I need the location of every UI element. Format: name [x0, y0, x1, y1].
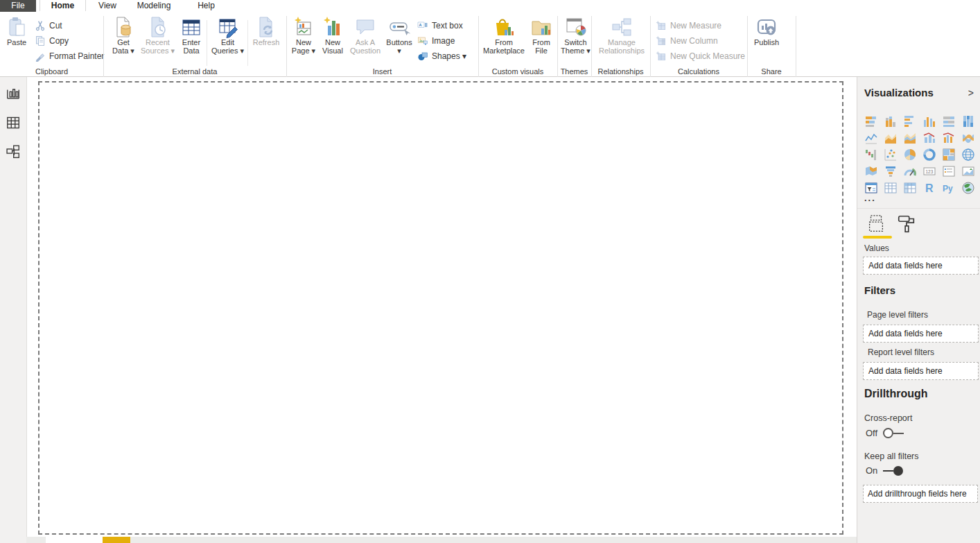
stacked-area-chart-icon[interactable] — [900, 130, 920, 146]
values-add-fields-well[interactable]: Add data fields here — [863, 257, 979, 275]
stacked-bar-chart-icon[interactable] — [861, 113, 881, 130]
edit-queries-button[interactable]: Edit Queries ▾ — [209, 15, 247, 73]
clustered-bar-chart-icon[interactable] — [900, 113, 920, 130]
file-menu-tab[interactable]: File — [0, 0, 36, 12]
refresh-button[interactable]: Refresh — [249, 15, 283, 73]
new-visual-button[interactable]: New Visual — [318, 15, 347, 73]
enter-data-button[interactable]: Enter Data — [177, 15, 206, 73]
new-quick-measure-label: New Quick Measure — [670, 51, 745, 61]
cut-button[interactable]: Cut — [35, 19, 62, 33]
stacked-column-chart-icon[interactable] — [881, 113, 900, 130]
treemap-icon[interactable] — [939, 146, 959, 163]
multi-row-card-icon[interactable] — [939, 163, 959, 180]
line-and-stacked-column-chart-icon[interactable] — [920, 130, 939, 146]
scatter-chart-icon[interactable] — [881, 146, 900, 163]
filters-title: Filters — [864, 284, 895, 296]
page-level-filters-well[interactable]: Add data fields here — [863, 325, 979, 343]
area-chart-icon[interactable] — [881, 130, 900, 146]
cross-report-toggle[interactable]: Off — [866, 428, 904, 438]
copy-button[interactable]: Copy — [35, 34, 69, 48]
new-page-icon — [292, 16, 315, 38]
format-tab[interactable] — [896, 214, 918, 234]
publish-button[interactable]: Publish — [751, 15, 782, 73]
recent-sources-button[interactable]: Recent Sources ▾ — [139, 15, 176, 73]
enter-data-icon — [180, 16, 202, 38]
cross-report-label: Cross-report — [864, 413, 912, 423]
from-file-icon — [530, 16, 552, 38]
switch-theme-button[interactable]: Switch Theme ▾ — [560, 15, 591, 73]
ribbon-chart-icon[interactable] — [959, 130, 978, 146]
page-level-filters-label: Page level filters — [867, 310, 928, 320]
pie-chart-icon[interactable] — [900, 146, 920, 163]
text-box-icon: A — [417, 20, 428, 31]
table-icon[interactable] — [881, 180, 900, 196]
cross-report-state-label: Off — [866, 428, 877, 438]
line-chart-icon[interactable] — [861, 130, 881, 146]
from-marketplace-button[interactable]: From Marketplace — [481, 15, 527, 73]
clipboard-group-label: Clipboard — [0, 67, 103, 76]
funnel-icon[interactable] — [881, 163, 900, 180]
get-data-icon — [112, 16, 134, 38]
data-view-button[interactable] — [6, 115, 21, 130]
cut-label: Cut — [49, 21, 62, 31]
tab-modeling[interactable]: Modeling — [130, 0, 177, 11]
python-visual-icon[interactable]: Py — [939, 180, 959, 196]
report-level-filters-well[interactable]: Add data fields here — [863, 362, 979, 380]
line-and-clustered-column-chart-icon[interactable] — [939, 130, 959, 146]
publish-icon — [755, 16, 778, 38]
view-switcher-sidebar — [0, 77, 27, 543]
matrix-icon[interactable] — [900, 180, 920, 196]
tab-view[interactable]: View — [87, 0, 128, 11]
calculations-group-label: Calculations — [650, 67, 747, 76]
manage-relationships-button[interactable]: Manage Relationships — [593, 15, 650, 73]
model-view-button[interactable] — [6, 144, 21, 160]
copy-icon — [35, 35, 46, 46]
card-icon[interactable]: 123 — [920, 163, 939, 180]
active-page-tab[interactable] — [103, 537, 130, 543]
r-script-visual-icon[interactable]: R — [920, 180, 939, 196]
shapes-button[interactable]: Shapes ▾ — [417, 49, 466, 63]
svg-text:Py: Py — [943, 184, 953, 193]
new-page-button[interactable]: New Page ▾ — [289, 15, 318, 73]
format-tab-icon — [896, 214, 918, 234]
viz-grid: 123RPy — [861, 113, 979, 196]
values-label: Values — [864, 243, 889, 253]
filled-map-icon[interactable] — [861, 163, 881, 180]
text-box-button[interactable]: A Text box — [417, 19, 463, 33]
share-group-label: Share — [747, 67, 796, 76]
tab-home[interactable]: Home — [40, 0, 86, 11]
kpi-icon[interactable] — [959, 163, 978, 180]
collapse-pane-chevron-icon[interactable]: > — [968, 87, 974, 98]
waterfall-chart-icon[interactable] — [861, 146, 881, 163]
report-view-button[interactable] — [6, 86, 21, 101]
new-measure-button[interactable]: New Measure — [656, 19, 721, 33]
report-view-icon — [6, 86, 21, 101]
format-painter-button[interactable]: Format Painter — [35, 49, 104, 63]
more-visuals-ellipsis[interactable]: ... — [864, 193, 876, 203]
copy-label: Copy — [49, 36, 69, 46]
from-file-button[interactable]: From File — [527, 15, 556, 73]
100-stacked-column-chart-icon[interactable] — [959, 113, 978, 130]
tab-help[interactable]: Help — [187, 0, 225, 11]
gauge-icon[interactable] — [900, 163, 920, 180]
ask-a-question-button[interactable]: Ask A Question — [347, 15, 383, 73]
new-column-button[interactable]: New Column — [656, 34, 718, 48]
paste-button[interactable]: Paste — [3, 15, 30, 73]
drillthrough-fields-well[interactable]: Add drillthrough fields here — [863, 485, 978, 503]
keep-all-filters-toggle[interactable]: On — [866, 465, 903, 476]
100-stacked-bar-chart-icon[interactable] — [939, 113, 959, 130]
donut-chart-icon[interactable] — [920, 146, 939, 163]
custom-visuals-group-label: Custom visuals — [478, 67, 557, 76]
report-canvas[interactable] — [38, 81, 843, 535]
new-quick-measure-button[interactable]: New Quick Measure — [656, 49, 745, 63]
new-measure-label: New Measure — [670, 21, 721, 31]
image-button[interactable]: Image — [417, 34, 455, 48]
map-icon[interactable] — [959, 146, 978, 163]
fields-tab[interactable] — [866, 214, 888, 234]
buttons-button[interactable]: Buttons ▾ — [383, 15, 415, 73]
arcgis-map-icon[interactable] — [959, 180, 978, 196]
model-view-icon — [6, 144, 21, 160]
ribbon: Paste Cut Copy Format Painter Clipboard … — [0, 12, 980, 77]
get-data-button[interactable]: Get Data ▾ — [108, 15, 139, 73]
clustered-column-chart-icon[interactable] — [920, 113, 939, 130]
